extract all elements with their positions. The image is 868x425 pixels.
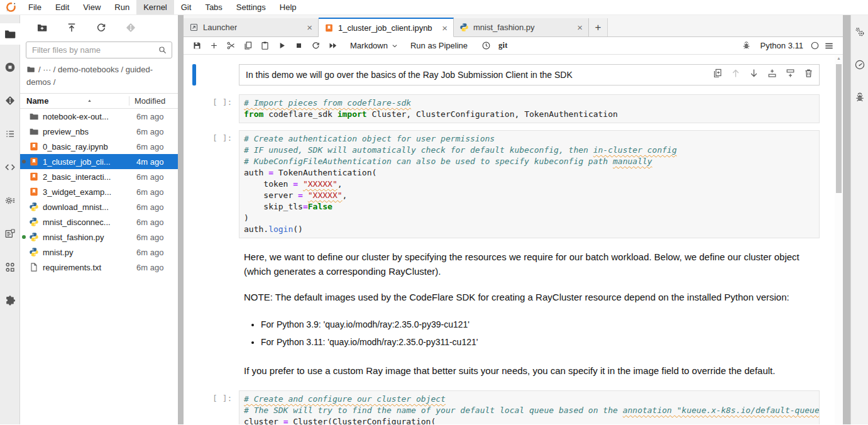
toolbar-more-menu[interactable]: [821, 38, 837, 53]
cell-collapser[interactable]: [192, 130, 196, 238]
code-cell[interactable]: [ ]:# Create and configure our cluster o…: [192, 390, 820, 424]
code-cell[interactable]: [ ]:# Import pieces from codeflare-sdkfr…: [192, 94, 820, 123]
cell-content[interactable]: # Import pieces from codeflare-sdkfrom c…: [239, 94, 820, 123]
file-row[interactable]: mnist_fashion.py6m ago: [20, 229, 178, 245]
file-row[interactable]: download_mnist...6m ago: [20, 199, 178, 214]
cell-type-dropdown[interactable]: Markdown: [350, 41, 399, 50]
code-editor[interactable]: # Import pieces from codeflare-sdkfrom c…: [239, 94, 820, 123]
tab-1-cluster-job-client-ipynb[interactable]: 1_cluster_job_client.ipynb×: [319, 18, 454, 37]
markdown-cell[interactable]: In this demo we will go over the basics …: [192, 64, 820, 86]
close-icon[interactable]: ×: [437, 23, 448, 33]
file-row[interactable]: 3_widget_examp...6m ago: [20, 184, 178, 199]
notebook-scrollbar[interactable]: ▲: [835, 55, 843, 424]
run-button[interactable]: [273, 38, 290, 53]
tab-label: 1_cluster_job_client.ipynb: [338, 23, 432, 33]
cell-content[interactable]: # Create and configure our cluster objec…: [239, 390, 820, 424]
timer-button[interactable]: [478, 38, 495, 53]
run-as-pipeline-button[interactable]: Run as Pipeline: [410, 41, 468, 50]
activity-kernel-components[interactable]: [3, 260, 18, 275]
cut-button[interactable]: [222, 38, 239, 53]
scrollbar-up-arrow[interactable]: ▲: [835, 56, 843, 60]
activity-running-sessions[interactable]: [3, 60, 18, 75]
activity-resource-usage[interactable]: [853, 58, 867, 72]
insert-below-icon[interactable]: [785, 68, 796, 79]
activity-code-snippets[interactable]: [3, 160, 18, 175]
activity-table-of-contents[interactable]: [3, 126, 18, 141]
scrollbar-thumb[interactable]: [836, 64, 842, 193]
cell-content[interactable]: In this demo we will go over the basics …: [239, 64, 820, 86]
debugger-toggle[interactable]: [738, 38, 755, 53]
menu-settings[interactable]: Settings: [229, 0, 273, 14]
markdown-rendered-cell[interactable]: Here, we want to define our cluster by s…: [192, 248, 820, 389]
tab-mnist-fashion-py[interactable]: mnist_fashion.py×: [454, 18, 589, 36]
close-icon[interactable]: ×: [302, 22, 312, 33]
menu-file[interactable]: File: [21, 0, 48, 14]
new-tab-button[interactable]: +: [589, 18, 608, 36]
column-header-modified[interactable]: Modified: [129, 96, 178, 106]
upload-button[interactable]: [66, 22, 77, 33]
git-toolbar-button[interactable]: git: [498, 41, 508, 50]
file-row[interactable]: 1_cluster_job_cli...4m ago: [20, 154, 178, 169]
menu-run[interactable]: Run: [107, 0, 136, 14]
file-row[interactable]: requirements.txt6m ago: [20, 260, 178, 275]
breadcrumb-folder-icon[interactable]: [26, 65, 35, 74]
code-line: skip_tls=False: [244, 201, 815, 213]
move-down-icon[interactable]: [749, 68, 759, 79]
insert-above-icon[interactable]: [767, 68, 777, 79]
paste-button[interactable]: [256, 38, 273, 53]
breadcrumb-path[interactable]: / ··· / demo-notebooks / guided-: [38, 65, 153, 74]
refresh-button[interactable]: [96, 22, 107, 33]
file-row[interactable]: notebook-ex-out...6m ago: [20, 109, 178, 124]
rendered-markdown[interactable]: Here, we want to define our cluster by s…: [239, 248, 820, 378]
code-cell[interactable]: [ ]:# Create authentication object for u…: [192, 130, 820, 238]
panel-splitter[interactable]: [178, 15, 184, 424]
activity-pipeline-components[interactable]: [3, 226, 18, 241]
file-row[interactable]: 2_basic_interacti...6m ago: [20, 169, 178, 184]
duplicate-icon[interactable]: [712, 68, 723, 79]
menu-edit[interactable]: Edit: [48, 0, 76, 14]
kernel-name[interactable]: Python 3.11: [761, 41, 803, 50]
menu-git[interactable]: Git: [174, 0, 199, 14]
git-clone-button[interactable]: [125, 22, 136, 33]
cell-collapser[interactable]: [192, 390, 196, 424]
file-row[interactable]: preview_nbs6m ago: [20, 124, 178, 139]
code-editor[interactable]: # Create authentication object for user …: [239, 130, 820, 238]
breadcrumb[interactable]: / ··· / demo-notebooks / guided- demos /: [20, 63, 178, 93]
cell-content[interactable]: Here, we want to define our cluster by s…: [239, 248, 820, 389]
text-file-icon: [29, 262, 39, 272]
new-folder-button[interactable]: [36, 22, 48, 33]
menu-view[interactable]: View: [76, 0, 107, 14]
insert-cell-button[interactable]: [206, 38, 222, 53]
file-row[interactable]: 0_basic_ray.ipynb6m ago: [20, 139, 178, 154]
activity-extension-manager[interactable]: [3, 293, 18, 308]
activity-settings[interactable]: [3, 193, 18, 208]
cell-content[interactable]: # Create authentication object for user …: [239, 130, 820, 238]
right-panel-divider[interactable]: [843, 15, 850, 424]
markdown-cell-box[interactable]: In this demo we will go over the basics …: [239, 64, 820, 86]
kernel-status-icon[interactable]: [808, 38, 821, 53]
copy-button[interactable]: [239, 38, 256, 53]
cell-collapser[interactable]: [192, 94, 196, 123]
stop-button[interactable]: [290, 38, 307, 53]
menu-help[interactable]: Help: [273, 0, 304, 14]
column-header-name[interactable]: Name: [20, 96, 129, 106]
activity-debugger[interactable]: [853, 91, 867, 104]
code-editor[interactable]: # Create and configure our cluster objec…: [239, 390, 820, 424]
activity-git[interactable]: [3, 93, 18, 108]
run-all-button[interactable]: [324, 38, 341, 53]
breadcrumb-path-wrap[interactable]: demos /: [26, 77, 55, 87]
save-button[interactable]: [189, 38, 206, 53]
activity-property-inspector[interactable]: [853, 25, 867, 39]
trash-icon[interactable]: [803, 68, 814, 79]
tab-launcher[interactable]: Launcher×: [184, 18, 319, 36]
restart-button[interactable]: [307, 38, 324, 53]
activity-file-browser[interactable]: [0, 23, 20, 45]
file-row[interactable]: mnist.py6m ago: [20, 245, 178, 260]
cell-collapser[interactable]: [192, 64, 196, 86]
menu-tabs[interactable]: Tabs: [198, 0, 229, 14]
cell-collapser[interactable]: [192, 248, 196, 389]
menu-kernel[interactable]: Kernel: [136, 0, 174, 14]
file-filter-input[interactable]: [26, 41, 172, 58]
file-row[interactable]: mnist_disconnec...6m ago: [20, 214, 178, 229]
close-icon[interactable]: ×: [572, 22, 583, 33]
